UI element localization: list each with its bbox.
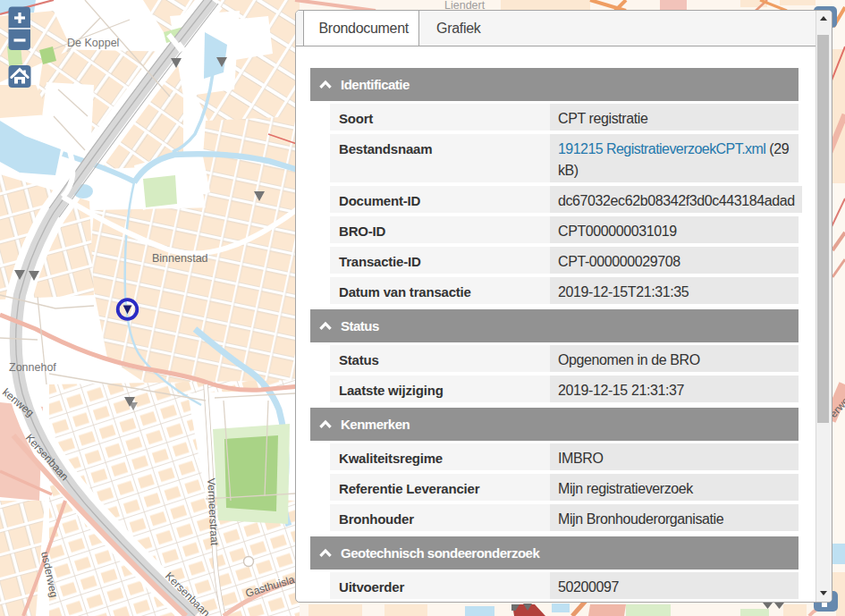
svg-text:De Koppel: De Koppel	[67, 37, 119, 49]
svg-text:Binnenstad: Binnenstad	[152, 252, 208, 265]
svg-text:Zonnehof: Zonnehof	[9, 361, 56, 374]
